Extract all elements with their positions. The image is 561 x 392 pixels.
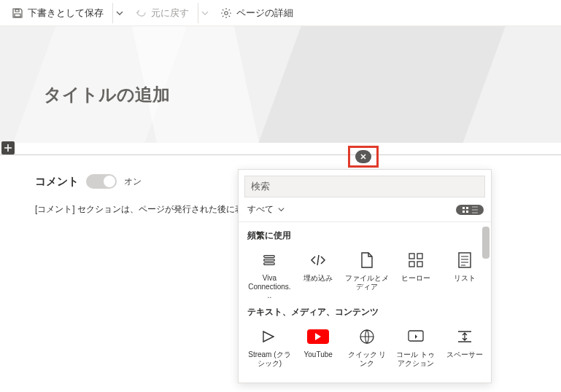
chevron-down-icon: [201, 9, 209, 17]
viva-icon: [258, 249, 280, 271]
webpart-label: ヒーロー: [401, 274, 430, 290]
grid-icon: [307, 378, 329, 383]
view-toggle[interactable]: [456, 205, 484, 215]
webpart-hero[interactable]: ヒーロー: [392, 246, 439, 303]
page-title[interactable]: タイトルの追加: [44, 83, 170, 106]
comments-toggle[interactable]: [86, 174, 117, 189]
group-title-textmedia: テキスト、メディア、コンテンツ: [247, 306, 487, 318]
hero-icon: [405, 249, 427, 271]
scrollbar-thumb[interactable]: [482, 227, 490, 259]
page-details-button[interactable]: ページの詳細: [214, 3, 299, 23]
webpart-file-media[interactable]: ファイルとメディア: [344, 246, 391, 303]
save-draft-button[interactable]: 下書きとして保存: [6, 3, 109, 23]
close-webpart-picker[interactable]: [355, 150, 371, 163]
svg-rect-5: [264, 256, 275, 258]
page-details-label: ページの詳細: [236, 7, 293, 20]
plus-icon: [4, 144, 12, 152]
svg-point-0: [225, 11, 228, 14]
svg-rect-11: [417, 262, 422, 267]
webpart-label: 埋め込み: [303, 274, 333, 290]
svg-rect-3: [463, 211, 465, 213]
svg-rect-7: [264, 263, 275, 265]
chevron-down-icon: [278, 206, 285, 213]
svg-rect-1: [463, 207, 465, 209]
svg-rect-6: [264, 259, 275, 262]
link-icon: [405, 378, 427, 383]
webpart-scroll-area[interactable]: 頻繁に使用 Viva Connections... 埋め込み ファイルとメディア…: [239, 222, 491, 383]
webpart-label: コール トゥ アクション: [393, 350, 438, 368]
filter-label: すべて: [247, 203, 274, 216]
webpart-picker: 検索 すべて 頻繁に使用 Viva Connections... 埋め込み: [238, 169, 492, 383]
webpart-call-to-action[interactable]: コール トゥ アクション: [392, 323, 439, 371]
add-section-button[interactable]: [1, 141, 15, 154]
touch-icon: [356, 378, 378, 383]
webpart-stream-classic[interactable]: Stream (クラシック): [246, 323, 293, 371]
webpart-search-input[interactable]: 検索: [244, 176, 485, 197]
undo-label: 元に戻す: [151, 7, 189, 20]
webpart-embed[interactable]: 埋め込み: [295, 246, 342, 303]
misc-icon: [454, 378, 476, 383]
save-draft-chevron[interactable]: [112, 3, 126, 23]
webpart-label: Viva Connections...: [247, 274, 292, 300]
webpart-label: リスト: [454, 274, 476, 290]
undo-button[interactable]: 元に戻す: [129, 3, 195, 23]
stream-icon: [258, 326, 280, 348]
embed-icon: [307, 249, 329, 271]
webpart-label: スペーサー: [446, 350, 483, 366]
cta-icon: [405, 326, 427, 348]
text-icon: [258, 378, 280, 383]
webpart-label: ファイルとメディア: [345, 274, 390, 291]
comments-heading: コメント: [35, 175, 79, 189]
webpart-grid-textmedia: Stream (クラシック) YouTube クイック リンク コール トゥ ア…: [246, 323, 488, 371]
webpart-grid-row3: [246, 375, 488, 383]
group-title-frequent: 頻繁に使用: [247, 230, 487, 242]
command-bar: 下書きとして保存 元に戻す ページの詳細: [0, 0, 561, 26]
close-icon: [360, 153, 367, 160]
webpart-button[interactable]: [344, 375, 391, 383]
webpart-list[interactable]: リスト: [441, 246, 488, 303]
chevron-down-icon: [116, 9, 123, 17]
webpart-spacer[interactable]: スペーサー: [441, 323, 488, 371]
spacer-icon: [454, 326, 476, 348]
gear-icon: [220, 7, 232, 19]
webpart-text[interactable]: [246, 375, 293, 383]
file-media-icon: [356, 249, 378, 271]
list-icon: [454, 249, 476, 271]
save-icon: [12, 7, 23, 19]
svg-rect-8: [409, 254, 414, 259]
webpart-label: クイック リンク: [345, 350, 390, 368]
webpart-youtube[interactable]: YouTube: [295, 323, 342, 371]
webpart-imagegallery[interactable]: [295, 375, 342, 383]
webpart-label: YouTube: [304, 350, 333, 366]
webpart-grid-frequent: Viva Connections... 埋め込み ファイルとメディア ヒーロー …: [246, 246, 488, 303]
save-draft-label: 下書きとして保存: [28, 7, 104, 20]
webpart-label: Stream (クラシック): [247, 350, 292, 368]
picker-filter-row: すべて: [239, 200, 491, 222]
svg-rect-10: [409, 262, 414, 267]
undo-chevron[interactable]: [198, 3, 212, 23]
webpart-quick-links[interactable]: クイック リンク: [344, 323, 391, 371]
category-filter-dropdown[interactable]: すべて: [247, 203, 285, 216]
search-placeholder: 検索: [251, 180, 270, 193]
title-area[interactable]: タイトルの追加: [0, 26, 561, 143]
comments-toggle-label: オン: [124, 176, 142, 188]
svg-rect-2: [466, 207, 468, 209]
svg-rect-4: [466, 211, 468, 213]
close-highlight: [348, 146, 379, 168]
webpart-link[interactable]: [392, 375, 439, 383]
undo-icon: [135, 7, 147, 19]
quicklinks-icon: [356, 326, 378, 348]
grid-view-icon: [462, 206, 469, 213]
list-view-icon: [472, 206, 478, 213]
webpart-viva-connections[interactable]: Viva Connections...: [246, 246, 293, 303]
youtube-icon: [307, 326, 329, 348]
webpart-misc[interactable]: [441, 375, 488, 383]
svg-rect-9: [417, 254, 422, 259]
